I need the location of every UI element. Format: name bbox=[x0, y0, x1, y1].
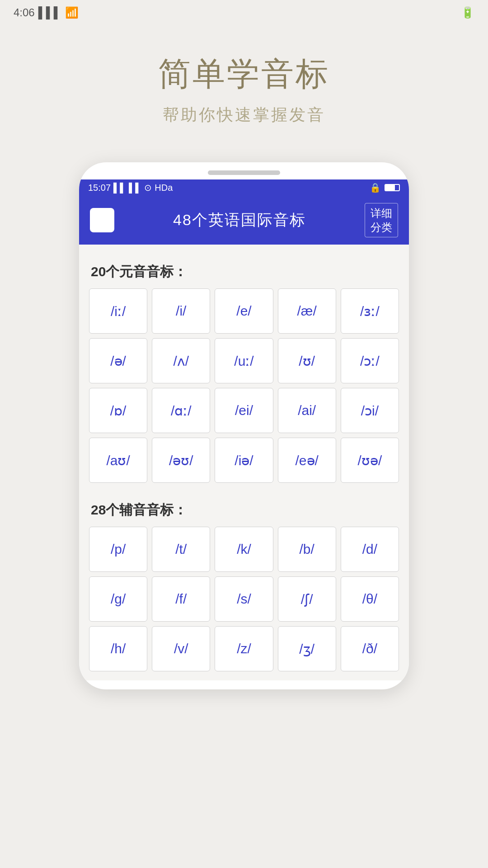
phone-frame: 15:07 ▌▌ ▌▌ ⊙ HDa 🔒 ⚙ 48个英语国际音标 详细 分类 20… bbox=[79, 162, 409, 689]
vowel-phoneme-cell[interactable]: /ə/ bbox=[89, 338, 147, 383]
vowel-phoneme-cell[interactable]: /ʌ/ bbox=[152, 338, 210, 383]
consonant-phoneme-cell[interactable]: /θ/ bbox=[341, 576, 399, 622]
consonant-phoneme-cell[interactable]: /b/ bbox=[278, 527, 336, 572]
consonant-phoneme-cell[interactable]: /v/ bbox=[152, 626, 210, 671]
consonant-phoneme-cell[interactable]: /z/ bbox=[215, 626, 273, 671]
outer-wifi-icon: 📶 bbox=[65, 6, 79, 19]
outer-signal-icon: ▌▌▌ bbox=[38, 6, 61, 19]
vowel-phoneme-cell[interactable]: /ei/ bbox=[215, 388, 273, 433]
phone-lock-icon: 🔒 bbox=[370, 182, 381, 193]
detail-line1: 详细 bbox=[371, 207, 392, 219]
consonant-phoneme-cell[interactable]: /f/ bbox=[152, 576, 210, 622]
app-title: 简单学音标 bbox=[158, 52, 330, 96]
app-subtitle: 帮助你快速掌握发音 bbox=[158, 104, 330, 126]
detail-line2: 分类 bbox=[371, 221, 392, 233]
detail-category-button[interactable]: 详细 分类 bbox=[365, 203, 398, 237]
section-divider bbox=[86, 483, 402, 492]
phone-wifi-icon: ⊙ bbox=[144, 182, 152, 193]
vowel-phoneme-cell[interactable]: /ɔi/ bbox=[341, 388, 399, 433]
phone-status-bar: 15:07 ▌▌ ▌▌ ⊙ HDa 🔒 bbox=[79, 179, 409, 196]
outer-status-left: 4:06 ▌▌▌ 📶 bbox=[14, 6, 79, 19]
phone-notch bbox=[208, 170, 280, 175]
consonant-grid: /p//t//k//b//d//g//f//s//ʃ//θ//h//v//z//… bbox=[86, 527, 402, 671]
vowel-phoneme-cell[interactable]: /əʊ/ bbox=[152, 438, 210, 483]
consonant-phoneme-cell[interactable]: /g/ bbox=[89, 576, 147, 622]
vowel-grid: /iː//i//e//æ//ɜː//ə//ʌ//uː//ʊ//ɔː//ɒ//ɑː… bbox=[86, 288, 402, 483]
phone-battery-icon bbox=[385, 184, 400, 191]
phone-status-left: 15:07 ▌▌ ▌▌ ⊙ HDa bbox=[88, 182, 173, 193]
vowel-phoneme-cell[interactable]: /ɑː/ bbox=[152, 388, 210, 433]
vowel-phoneme-cell[interactable]: /iː/ bbox=[89, 288, 147, 334]
vowel-phoneme-cell[interactable]: /ai/ bbox=[278, 388, 336, 433]
phone-hd-label: HDa bbox=[155, 183, 173, 193]
consonant-phoneme-cell[interactable]: /p/ bbox=[89, 527, 147, 572]
vowel-phoneme-cell[interactable]: /ʊə/ bbox=[341, 438, 399, 483]
consonant-phoneme-cell[interactable]: /ʒ/ bbox=[278, 626, 336, 671]
header-title: 48个英语国际音标 bbox=[173, 210, 306, 231]
outer-status-bar: 4:06 ▌▌▌ 📶 🔋 bbox=[0, 0, 488, 25]
vowel-phoneme-cell[interactable]: /ɜː/ bbox=[341, 288, 399, 334]
consonant-phoneme-cell[interactable]: /ʃ/ bbox=[278, 576, 336, 622]
vowel-phoneme-cell[interactable]: /uː/ bbox=[215, 338, 273, 383]
phone-top-bar bbox=[79, 162, 409, 179]
outer-battery-icon: 🔋 bbox=[461, 6, 474, 19]
phone-status-right: 🔒 bbox=[370, 182, 400, 193]
vowel-section-label: 20个元音音标： bbox=[91, 263, 397, 281]
vowel-phoneme-cell[interactable]: /ɒ/ bbox=[89, 388, 147, 433]
vowel-phoneme-cell[interactable]: /i/ bbox=[152, 288, 210, 334]
phone-content: 20个元音音标： /iː//i//e//æ//ɜː//ə//ʌ//uː//ʊ//… bbox=[79, 245, 409, 680]
gear-icon: ⚙ bbox=[96, 212, 109, 229]
vowel-phoneme-cell[interactable]: /aʊ/ bbox=[89, 438, 147, 483]
phone-time: 15:07 bbox=[88, 183, 111, 193]
consonant-phoneme-cell[interactable]: /h/ bbox=[89, 626, 147, 671]
consonant-phoneme-cell[interactable]: /s/ bbox=[215, 576, 273, 622]
vowel-phoneme-cell[interactable]: /æ/ bbox=[278, 288, 336, 334]
phone-signal-icon: ▌▌ ▌▌ bbox=[113, 183, 141, 193]
outer-time: 4:06 bbox=[14, 6, 35, 19]
consonant-phoneme-cell[interactable]: /k/ bbox=[215, 527, 273, 572]
consonant-phoneme-cell[interactable]: /d/ bbox=[341, 527, 399, 572]
vowel-phoneme-cell[interactable]: /ʊ/ bbox=[278, 338, 336, 383]
vowel-phoneme-cell[interactable]: /eə/ bbox=[278, 438, 336, 483]
vowel-phoneme-cell[interactable]: /e/ bbox=[215, 288, 273, 334]
settings-button[interactable]: ⚙ bbox=[90, 208, 114, 232]
app-title-section: 简单学音标 帮助你快速掌握发音 bbox=[158, 52, 330, 126]
vowel-phoneme-cell[interactable]: /ɔː/ bbox=[341, 338, 399, 383]
consonant-section-label: 28个辅音音标： bbox=[91, 501, 397, 519]
vowel-phoneme-cell[interactable]: /iə/ bbox=[215, 438, 273, 483]
consonant-phoneme-cell[interactable]: /t/ bbox=[152, 527, 210, 572]
app-header: ⚙ 48个英语国际音标 详细 分类 bbox=[79, 196, 409, 245]
consonant-phoneme-cell[interactable]: /ð/ bbox=[341, 626, 399, 671]
outer-status-right: 🔋 bbox=[461, 6, 474, 19]
